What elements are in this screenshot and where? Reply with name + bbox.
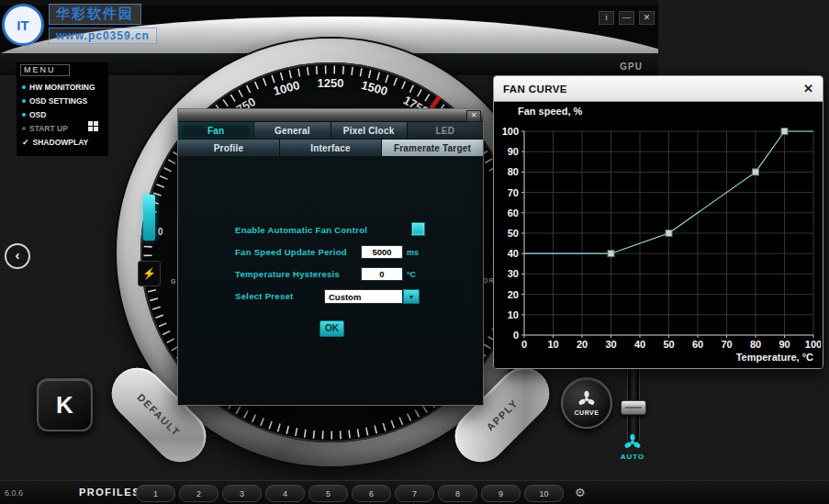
dialog-tabs-top: Fan General Pixel Clock LED <box>178 122 483 140</box>
profiles-label: PROFILES <box>79 487 140 498</box>
watermark-site-name: 华彩软件园 <box>49 4 141 25</box>
svg-text:0: 0 <box>521 339 527 350</box>
profile-slot-5[interactable]: 5 <box>308 485 348 502</box>
fan-curve-body: Fan speed, % Temperature, °C 01020304050… <box>494 102 823 368</box>
svg-text:50: 50 <box>508 228 519 239</box>
tab-general[interactable]: General <box>254 122 330 140</box>
chevron-down-icon[interactable]: ▼ <box>403 289 420 304</box>
check-icon: ✓ <box>22 139 29 147</box>
auto-fan-control-checkbox[interactable] <box>411 222 425 236</box>
tab-pixel-clock[interactable]: Pixel Clock <box>331 122 408 140</box>
collapse-panel-button[interactable]: ‹ <box>5 243 30 269</box>
auto-fan-control-label: Enable Automatic Fan Control <box>235 225 367 235</box>
gear-icon[interactable]: ⚙ <box>575 486 586 499</box>
fan-curve-window: FAN CURVE ✕ Fan speed, % Temperature, °C… <box>493 75 823 369</box>
window-controls: i — ✕ <box>599 11 655 25</box>
profile-slot-10[interactable]: 10 <box>524 485 564 502</box>
slider-track[interactable] <box>627 356 640 442</box>
svg-text:50: 50 <box>663 339 674 350</box>
site-watermark: IT 华彩软件园 www.pc0359.cn <box>2 4 157 46</box>
menu-item-start-up[interactable]: START UP <box>22 123 68 134</box>
settings-dialog: ✕ Fan General Pixel Clock LED Profile In… <box>177 108 484 406</box>
watermark-logo: IT <box>2 4 44 46</box>
profile-slot-1[interactable]: 1 <box>136 485 175 502</box>
curve-button-label: CURVE <box>575 409 599 416</box>
profile-slot-3[interactable]: 3 <box>222 485 262 502</box>
svg-text:90: 90 <box>779 339 790 350</box>
fan-curve-button[interactable]: CURVE <box>561 377 612 429</box>
svg-text:20: 20 <box>577 339 588 350</box>
k-boost-button[interactable]: K <box>37 378 93 431</box>
hysteresis-label: Temperature Hysteresis <box>235 269 340 279</box>
profile-slot-7[interactable]: 7 <box>395 485 434 502</box>
fan-icon <box>577 390 596 409</box>
menu-panel: MENU HW MONITORING OSD SETTINGS OSD STAR… <box>17 62 108 156</box>
svg-text:30: 30 <box>508 268 519 279</box>
fan-curve-close-button[interactable]: ✕ <box>803 83 813 95</box>
gauge-text-fragment-left: G <box>171 278 176 285</box>
svg-text:70: 70 <box>508 187 519 198</box>
menu-item-osd[interactable]: OSD <box>22 109 46 120</box>
profile-slots: 1 2 3 4 5 6 7 8 9 10 <box>136 485 564 502</box>
menu-item-shadowplay[interactable]: ✓ SHADOWPLAY <box>22 137 88 148</box>
profiles-bar: 6.0.6 PROFILES 1 2 3 4 5 6 7 8 9 10 ⚙ <box>0 480 829 504</box>
app-root: { "theme": {"accent": "#1fc8d2", "dialog… <box>0 0 829 504</box>
menu-item-label: OSD SETTINGS <box>29 96 87 106</box>
power-bolt-icon: ⚡ <box>138 261 161 286</box>
tab-framerate-target[interactable]: Framerate Target <box>382 140 483 157</box>
dialog-body <box>178 156 483 405</box>
svg-text:80: 80 <box>750 339 761 350</box>
profile-slot-6[interactable]: 6 <box>352 485 391 502</box>
watermark-site-url: www.pc0359.cn <box>49 28 157 44</box>
menu-item-hw-monitoring[interactable]: HW MONITORING <box>22 82 95 93</box>
tab-interface[interactable]: Interface <box>280 140 382 157</box>
tab-led[interactable]: LED <box>408 122 483 140</box>
hysteresis-unit: °C <box>407 270 416 279</box>
tab-fan[interactable]: Fan <box>178 122 254 140</box>
close-button[interactable]: ✕ <box>639 11 655 25</box>
preset-select[interactable]: Custom ▼ <box>324 289 420 304</box>
minimize-button[interactable]: — <box>619 11 634 25</box>
gpu-tab-label: GPU <box>620 62 643 72</box>
update-period-input[interactable] <box>361 245 403 259</box>
bullet-icon <box>22 85 26 89</box>
auto-fan-toggle[interactable]: AUTO <box>617 433 648 461</box>
svg-text:30: 30 <box>605 339 616 350</box>
ok-button[interactable]: OK <box>319 320 344 337</box>
fan-curve-titlebar[interactable]: FAN CURVE ✕ <box>494 76 823 102</box>
fan-curve-chart[interactable]: 0102030405060708090100010203040506070809… <box>494 102 821 368</box>
svg-text:10: 10 <box>547 339 558 350</box>
bullet-icon <box>22 99 26 103</box>
gauge-scale-label: 1250 <box>318 76 344 90</box>
bullet-icon <box>22 113 26 117</box>
fan-speed-bar-indicator <box>143 195 155 241</box>
preset-label: Select Preset <box>235 291 294 301</box>
svg-text:80: 80 <box>508 166 519 177</box>
menu-item-label: OSD <box>29 110 46 119</box>
svg-text:0: 0 <box>513 330 519 341</box>
fan-icon <box>623 433 642 452</box>
hysteresis-input[interactable] <box>361 267 403 281</box>
dialog-titlebar[interactable]: ✕ <box>178 109 483 122</box>
menu-item-osd-settings[interactable]: OSD SETTINGS <box>22 95 87 106</box>
update-period-label: Fan Speed Update Period <box>235 247 347 257</box>
profile-slot-8[interactable]: 8 <box>438 485 477 502</box>
svg-text:40: 40 <box>508 248 519 259</box>
profile-slot-4[interactable]: 4 <box>265 485 305 502</box>
menu-item-label: HW MONITORING <box>29 83 95 92</box>
profile-slot-2[interactable]: 2 <box>179 485 218 502</box>
tab-profile[interactable]: Profile <box>178 140 280 157</box>
profile-slot-9[interactable]: 9 <box>481 485 521 502</box>
svg-text:60: 60 <box>692 339 703 350</box>
svg-text:100: 100 <box>805 339 821 350</box>
apply-button-label: APPLY <box>484 397 520 432</box>
svg-text:60: 60 <box>508 207 519 218</box>
dialog-tabs-bottom: Profile Interface Framerate Target <box>178 140 483 157</box>
windows-logo-icon <box>88 121 98 131</box>
slider-knob[interactable] <box>621 400 646 415</box>
svg-text:40: 40 <box>634 339 645 350</box>
gauge-scale-label: 0 <box>158 227 163 237</box>
info-button[interactable]: i <box>599 11 614 25</box>
update-period-unit: ms <box>407 248 419 257</box>
dialog-close-button[interactable]: ✕ <box>466 110 481 122</box>
